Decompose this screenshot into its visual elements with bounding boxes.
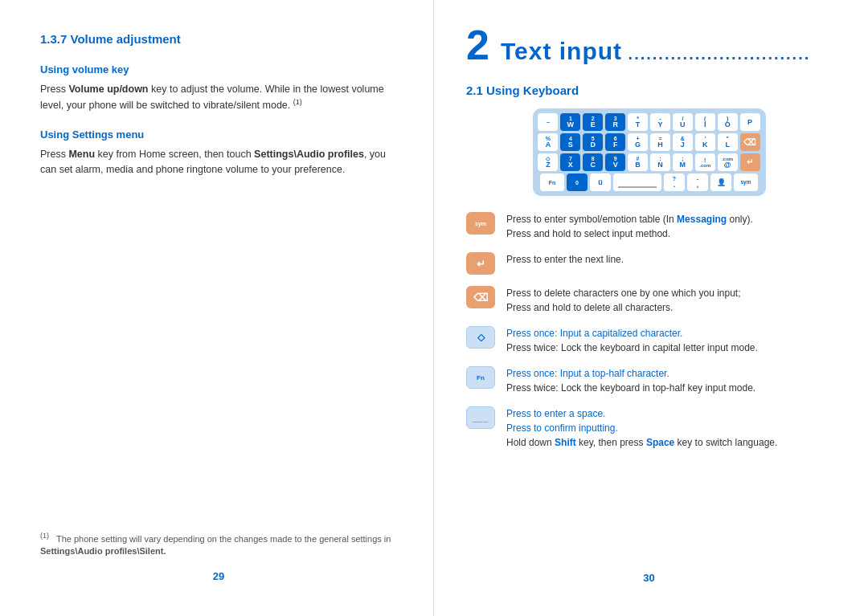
right-page-number: 30 bbox=[466, 572, 832, 584]
keyboard: ~ 1W 2E 3R *T -Y /U (I )O P %A 4S 5D 6F … bbox=[533, 108, 766, 196]
chapter-title: Text input bbox=[501, 38, 810, 65]
key-desc-sym: sym Press to enter symbol/emotion table … bbox=[466, 212, 832, 241]
sub-heading-volume-key: Using volume key bbox=[40, 63, 397, 75]
key-dash2: -, bbox=[687, 173, 708, 191]
shift-desc: Press once: Input a capitalized characte… bbox=[506, 326, 758, 355]
key-lparen-i: (I bbox=[695, 113, 715, 131]
key-desc-shift: ◇ Press once: Input a capitalized charac… bbox=[466, 326, 832, 355]
key-p: P bbox=[740, 113, 760, 131]
key-dash-y: -Y bbox=[650, 113, 670, 131]
chapter-heading: 2 Text input bbox=[466, 24, 832, 69]
key-uml: ü bbox=[590, 173, 611, 191]
key-question: ?. bbox=[664, 173, 685, 191]
key-9v: 9V bbox=[605, 153, 625, 171]
back-key-icon: ⌫ bbox=[466, 286, 495, 308]
key-amp-j: &J bbox=[673, 133, 693, 151]
key-1w: 1W bbox=[560, 113, 580, 131]
key-7x: 7X bbox=[560, 153, 580, 171]
key-at: .com@ bbox=[718, 153, 738, 171]
key-row-4: Fn 0 ü ?. -, 👤 sym bbox=[538, 173, 760, 191]
key-6f: 6F bbox=[605, 133, 625, 151]
key-hash-b: #B bbox=[628, 153, 648, 171]
key-colon-n: :N bbox=[650, 153, 670, 171]
key-sym: sym bbox=[734, 173, 758, 191]
key-4s: 4S bbox=[560, 133, 580, 151]
key-5d: 5D bbox=[583, 133, 603, 151]
key-rparen-o: )O bbox=[718, 113, 738, 131]
key-desc-space: ___ Press to enter a space. Press to con… bbox=[466, 406, 832, 450]
enter-desc: Press to enter the next line. bbox=[506, 252, 624, 267]
key-row-2: %A 4S 5D 6F +G =H &J 'K "L ⌫ bbox=[538, 133, 760, 151]
sym-desc: Press to enter symbol/emotion table (In … bbox=[506, 212, 753, 241]
key-apos-k: 'K bbox=[695, 133, 715, 151]
key-tilde: ~ bbox=[538, 113, 558, 131]
key-desc-fn: Fn Press once: Input a top-half characte… bbox=[466, 366, 832, 395]
key-shift: ◇Z bbox=[538, 153, 558, 171]
footnote-area: (1) The phone setting will vary dependin… bbox=[40, 531, 397, 584]
key-fn: Fn bbox=[540, 173, 564, 191]
volume-key-text: Press Volume up/down key to adjust the v… bbox=[40, 82, 397, 114]
key-descriptions: sym Press to enter symbol/emotion table … bbox=[466, 212, 832, 450]
key-8c: 8C bbox=[583, 153, 603, 171]
key-star-t: *T bbox=[628, 113, 648, 131]
settings-menu-text: Press Menu key from Home screen, then to… bbox=[40, 147, 397, 178]
key-0: 0 bbox=[567, 173, 588, 191]
shift-key-icon: ◇ bbox=[466, 326, 495, 349]
left-page-number: 29 bbox=[40, 569, 397, 584]
key-desc-back: ⌫ Press to delete characters one by one … bbox=[466, 286, 832, 315]
key-plus-g: +G bbox=[628, 133, 648, 151]
key-2e: 2E bbox=[583, 113, 603, 131]
key-row-3: ◇Z 7X 8C 9V #B :N ;M !.com .com@ ↵ bbox=[538, 153, 760, 171]
key-excl: !.com bbox=[695, 153, 715, 171]
chapter-number: 2 bbox=[466, 24, 489, 66]
section-21-heading: 2.1 Using Keyboard bbox=[466, 84, 832, 97]
key-eq-h: =H bbox=[650, 133, 670, 151]
space-key-icon: ___ bbox=[466, 406, 495, 429]
key-space bbox=[613, 173, 661, 191]
key-slash-u: /U bbox=[673, 113, 693, 131]
key-pct-a: %A bbox=[538, 133, 558, 151]
key-semi-m: ;M bbox=[673, 153, 693, 171]
back-desc: Press to delete characters one by one wh… bbox=[506, 286, 741, 315]
right-page: 2 Text input 2.1 Using Keyboard ~ 1W 2E … bbox=[434, 0, 868, 616]
key-person: 👤 bbox=[710, 173, 731, 191]
section-heading-137: 1.3.7 Volume adjustment bbox=[40, 32, 397, 46]
left-page: 1.3.7 Volume adjustment Using volume key… bbox=[0, 0, 434, 616]
keyboard-container: ~ 1W 2E 3R *T -Y /U (I )O P %A 4S 5D 6F … bbox=[466, 108, 832, 196]
sub-heading-settings-menu: Using Settings menu bbox=[40, 129, 397, 141]
sym-key-icon: sym bbox=[466, 212, 495, 235]
space-desc: Press to enter a space. Press to confirm… bbox=[506, 406, 777, 450]
key-quot-l: "L bbox=[718, 133, 738, 151]
fn-key-icon: Fn bbox=[466, 366, 495, 389]
enter-key-icon: ↵ bbox=[466, 252, 495, 275]
key-enter: ↵ bbox=[740, 153, 760, 171]
fn-desc: Press once: Input a top-half character. … bbox=[506, 366, 755, 395]
key-desc-enter: ↵ Press to enter the next line. bbox=[466, 252, 832, 275]
key-3r: 3R bbox=[605, 113, 625, 131]
key-backspace: ⌫ bbox=[740, 133, 760, 151]
footnote-text: (1) The phone setting will vary dependin… bbox=[40, 531, 397, 557]
key-row-1: ~ 1W 2E 3R *T -Y /U (I )O P bbox=[538, 113, 760, 131]
